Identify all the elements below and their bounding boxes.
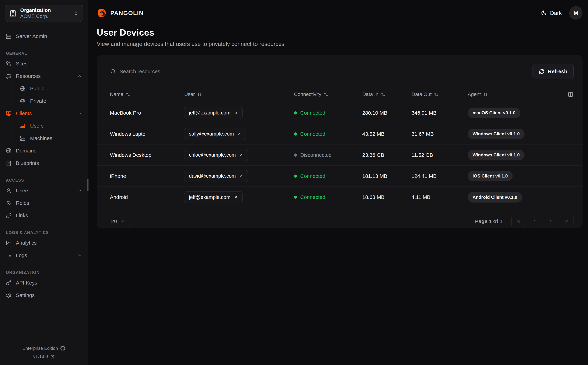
page-info: Page 1 of 1 (475, 218, 502, 224)
sort-icon (483, 92, 488, 97)
user-link-button[interactable]: sally@example.com (184, 128, 246, 140)
status-dot (294, 154, 297, 157)
column-visibility-button[interactable] (568, 92, 573, 97)
topbar: PANGOLIN Dark M (97, 0, 582, 26)
sidebar-item-analytics[interactable]: Analytics (5, 237, 83, 249)
device-name: Windows Desktop (97, 152, 184, 158)
sort-icon (197, 92, 202, 97)
sidebar-item-users[interactable]: Users (5, 184, 83, 197)
user-email: jeff@example.com (189, 110, 230, 116)
data-in-value: 280.10 MB (362, 110, 412, 116)
chevron-up-icon (77, 111, 82, 116)
prev-page-button[interactable] (528, 215, 541, 228)
sidebar-item-sites[interactable]: Sites (5, 57, 83, 70)
sidebar-item-settings[interactable]: Settings (5, 289, 83, 302)
column-header-data-out[interactable]: Data Out (412, 91, 468, 97)
device-name: MacBook Pro (97, 110, 184, 116)
column-header-data-in[interactable]: Data In (362, 91, 412, 97)
chevron-left-icon (532, 219, 537, 224)
sidebar-item-label: Links (16, 212, 28, 218)
user-link-button[interactable]: david@example.com (184, 170, 248, 182)
refresh-label: Refresh (548, 69, 567, 74)
sort-icon (434, 92, 438, 97)
page-size-select[interactable]: 20 (106, 215, 130, 228)
avatar-initial: M (574, 10, 578, 16)
sidebar-item-links[interactable]: Links (5, 209, 83, 222)
moon-icon (541, 10, 547, 16)
sidebar-item-server-admin[interactable]: Server Admin (5, 30, 83, 42)
gear-icon (6, 293, 11, 298)
chevron-down-icon (77, 188, 82, 193)
sidebar-item-label: Blueprints (16, 160, 39, 166)
github-icon[interactable] (60, 346, 65, 351)
sidebar-resize-handle[interactable] (87, 179, 88, 191)
org-selector[interactable]: Organization ACME Corp. (5, 5, 83, 22)
status-dot (294, 196, 297, 199)
key-icon (6, 280, 11, 286)
avatar[interactable]: M (569, 6, 582, 20)
sidebar-item-logs[interactable]: Logs (5, 249, 83, 262)
sidebar-item-roles[interactable]: Roles (5, 197, 83, 209)
theme-toggle-label: Dark (550, 10, 562, 16)
user-link-button[interactable]: jeff@example.com (184, 107, 243, 119)
sidebar-item-label: Domains (16, 148, 36, 154)
brand[interactable]: PANGOLIN (97, 8, 144, 18)
table-header-row: Name User Connectivity Data In Data Out (97, 86, 582, 102)
sidebar-item-private[interactable]: Private (20, 95, 83, 107)
columns-icon (568, 92, 573, 97)
user-link-button[interactable]: chloe@example.com (184, 149, 248, 161)
user-link-button[interactable]: jeff@example.com (184, 191, 243, 203)
sidebar-item-machines[interactable]: Machines (20, 132, 83, 145)
arrow-up-right-icon (234, 111, 238, 115)
page-subtitle: View and manage devices that users use t… (97, 41, 582, 47)
next-page-button[interactable] (544, 215, 557, 228)
sidebar-item-api-keys[interactable]: API Keys (5, 277, 83, 289)
sidebar-item-blueprints[interactable]: Blueprints (5, 157, 83, 169)
table-row: MacBook Pro jeff@example.com Connected 2… (97, 102, 582, 123)
sidebar-item-label: API Keys (16, 280, 37, 286)
connectivity-status: Disconnected (294, 152, 362, 158)
sidebar-item-client-users[interactable]: Users (20, 120, 83, 132)
last-page-button[interactable] (560, 215, 574, 228)
laptop-icon (20, 123, 26, 129)
theme-toggle[interactable]: Dark (541, 10, 562, 16)
sidebar-item-label: Clients (16, 111, 32, 116)
chevron-up-icon (77, 74, 82, 78)
main-content: PANGOLIN Dark M User Devices View and ma… (88, 0, 588, 365)
users-icon (6, 200, 11, 206)
user-icon (6, 188, 11, 193)
column-label: Data In (362, 91, 379, 97)
chevron-right-icon (548, 219, 553, 224)
sites-icon (6, 61, 11, 66)
sidebar-nav: Server Admin GENERAL Sites Resources Pub… (0, 30, 88, 302)
external-link-icon[interactable] (50, 354, 55, 359)
sidebar-section-logs-analytics: LOGS & ANALYTICS (6, 230, 83, 235)
sidebar-item-label: Private (30, 98, 46, 104)
column-header-agent[interactable]: Agent (468, 91, 564, 97)
first-page-button[interactable] (511, 215, 525, 228)
card-toolbar: Refresh (97, 56, 582, 79)
devices-table: Name User Connectivity Data In Data Out (97, 86, 582, 208)
sidebar-item-label: Users (16, 188, 29, 194)
status-label: Disconnected (300, 152, 332, 158)
sidebar-item-domains[interactable]: Domains (5, 145, 83, 157)
agent-badge: macOS Client v0.1.0 (468, 108, 520, 118)
sidebar-item-clients[interactable]: Clients (5, 107, 83, 120)
column-header-name[interactable]: Name (97, 91, 184, 97)
connectivity-status: Connected (294, 173, 362, 179)
column-header-connectivity[interactable]: Connectivity (294, 91, 362, 97)
column-header-user[interactable]: User (184, 91, 294, 97)
sidebar-item-resources[interactable]: Resources (5, 70, 83, 82)
search-input[interactable] (120, 69, 236, 74)
chart-line-icon (6, 240, 11, 246)
table-row: Android jeff@example.com Connected 18.63… (97, 187, 582, 208)
refresh-button[interactable]: Refresh (532, 64, 574, 79)
sidebar-item-public[interactable]: Public (20, 82, 83, 95)
status-dot (294, 175, 297, 178)
receipt-icon (6, 160, 11, 166)
pagination-bar: 20 Page 1 of 1 (97, 208, 582, 228)
agent-badge: iOS Client v0.1.0 (468, 171, 513, 181)
user-email: chloe@example.com (189, 152, 236, 158)
arrow-up-right-icon (234, 195, 238, 199)
table-row: Windows Desktop chloe@example.com Discon… (97, 145, 582, 166)
